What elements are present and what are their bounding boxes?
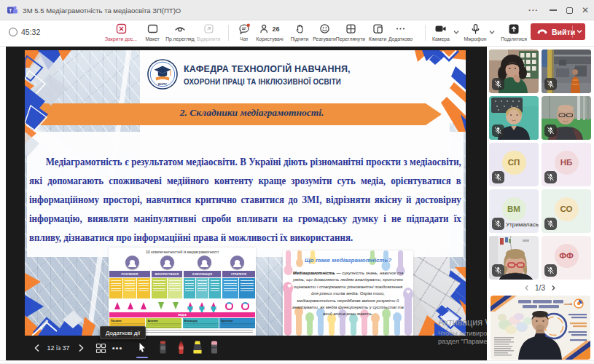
rooms-icon xyxy=(372,23,383,35)
competency-cell xyxy=(239,278,255,298)
legend-interaction: Взаємодія xyxy=(184,320,219,323)
window-close-button[interactable]: ✕ xyxy=(574,0,594,20)
icon-glyph xyxy=(259,23,270,34)
cell-text-placeholder xyxy=(198,280,206,293)
pen-tool-button[interactable] xyxy=(173,336,189,358)
grid-icon xyxy=(95,343,106,354)
more-slide-actions-button[interactable]: ••• xyxy=(109,336,125,360)
teams-logo-icon: T xyxy=(7,5,17,15)
more-actions-button[interactable]: Додатково xyxy=(384,23,417,45)
term: Медіаграмотність xyxy=(293,271,335,275)
private-view-button[interactable]: Пр.перегляд xyxy=(165,23,195,45)
participant-video-4[interactable] xyxy=(542,96,591,140)
definition-text: — сукупність знань, навичок та умінь, що… xyxy=(292,271,404,316)
competency-cell xyxy=(152,278,167,298)
shared-screen-stage: БНПУ КАФЕДРА ТЕХНОЛОГІЙ НАВЧАННЯ, ОХОРОН… xyxy=(6,47,487,360)
mic-off-icon xyxy=(494,80,502,88)
presenter-video-tile[interactable]: опнА xyxy=(491,296,590,360)
toolbar-button-label: Мікрофон xyxy=(464,36,487,41)
mic-muted-badge xyxy=(544,78,557,90)
mic-off-icon xyxy=(494,220,502,228)
windows-activation-watermark: Активация Windows Чтобы активировать Win… xyxy=(438,317,487,346)
leave-button[interactable]: Вийти xyxy=(531,23,585,40)
share-button[interactable]: Поділитися xyxy=(498,23,530,45)
window-more-button[interactable]: ··· xyxy=(523,0,544,20)
column-header-understanding: РОЗУМІННЯ xyxy=(109,271,150,277)
toolbar-button-label: Додатково xyxy=(388,36,413,41)
laser-pointer-button[interactable] xyxy=(155,336,171,358)
camera-chevron-icon[interactable] xyxy=(453,30,460,35)
toolbar-button-label: Чат xyxy=(240,36,248,41)
highlighter-tool-button[interactable] xyxy=(189,336,206,358)
laser-pointer-icon xyxy=(158,340,168,355)
participant-video-1[interactable] xyxy=(489,50,539,93)
window-bottom-edge xyxy=(0,360,594,364)
eye-icon xyxy=(174,23,186,35)
toolbar-button-label: Камера xyxy=(432,36,450,41)
microphone-chevron-icon[interactable] xyxy=(488,30,496,35)
participants-prev-icon[interactable] xyxy=(524,285,529,291)
toolbar-button-label: Переглянути xyxy=(336,36,365,41)
icon-glyph xyxy=(174,23,186,34)
camera-button[interactable]: Камера xyxy=(429,23,453,45)
slide-grid-button[interactable] xyxy=(93,336,109,360)
media-bar: МЕДІА xyxy=(109,312,255,317)
participant-avatar-nb[interactable]: НБ xyxy=(542,143,591,186)
column-header-usage: ВИКОРИСТАННЯ xyxy=(152,271,182,277)
layout-button[interactable]: Макет xyxy=(138,23,166,45)
previous-slide-button[interactable] xyxy=(31,336,42,360)
participant-video-5[interactable] xyxy=(489,236,539,280)
cursor-icon xyxy=(138,342,146,353)
timer-icon xyxy=(9,28,17,36)
mic-off-icon xyxy=(494,266,502,274)
mic-muted-badge xyxy=(492,171,504,183)
participant-video-3[interactable] xyxy=(489,96,539,140)
mic-muted-badge xyxy=(544,264,557,277)
toolbar-button-label: Пр.перегляд xyxy=(165,36,195,41)
toolbar-button-label: Поділитися xyxy=(501,36,527,41)
mic-off-icon xyxy=(494,127,502,135)
arrow-down-icon xyxy=(158,302,164,309)
avatar-initials: НБ xyxy=(555,151,579,175)
window-title: ЗМ 5.5 Медіаграмотність та медіаосвіта З… xyxy=(23,7,181,15)
participant-avatar-so[interactable]: СО xyxy=(542,189,591,233)
strategy-icon xyxy=(230,256,244,269)
participant-avatar-sp[interactable]: СП xyxy=(489,143,539,186)
header-line-1: КАФЕДРА ТЕХНОЛОГІЙ НАВЧАННЯ, xyxy=(184,64,417,74)
understanding-icon xyxy=(125,256,139,269)
close-document-button[interactable]: Закрити дос... xyxy=(103,23,138,45)
participants-button[interactable]: 26 Користувачі xyxy=(253,23,286,45)
next-slide-button[interactable] xyxy=(76,336,86,360)
unpin-button[interactable]: Відкріпити xyxy=(194,23,223,45)
icon-glyph xyxy=(203,23,214,34)
mic-muted-badge xyxy=(492,78,504,90)
svg-text:БНПУ: БНПУ xyxy=(158,82,167,86)
leave-chevron-icon[interactable] xyxy=(576,29,583,34)
icon-body-shape xyxy=(163,264,171,267)
mic-off-icon xyxy=(547,220,555,228)
leave-divider xyxy=(572,25,573,38)
participants-next-icon[interactable] xyxy=(551,285,556,291)
meeting-toolbar: 45:32 Закрити дос... Макет Пр.перегляд В… xyxy=(0,20,594,47)
eraser-tool-button[interactable] xyxy=(206,336,222,358)
cycle-arrows-icon xyxy=(241,302,249,310)
cursor-tool-button[interactable] xyxy=(134,336,150,358)
corner-decoration-top-right xyxy=(393,50,466,134)
participant-avatar-ff[interactable]: ФФ xyxy=(542,236,591,280)
competency-cell xyxy=(123,278,136,298)
participant-video-2[interactable] xyxy=(542,50,591,93)
mic-muted-badge xyxy=(544,218,557,230)
participants-icon: 26 xyxy=(259,23,279,35)
eraser-icon xyxy=(210,340,219,355)
mic-off-icon xyxy=(547,173,555,181)
hangup-icon xyxy=(536,28,548,35)
microphone-button[interactable]: Мікрофон xyxy=(460,23,491,45)
icon-body-shape xyxy=(200,264,208,267)
participants-pagination: 1/3 xyxy=(489,281,591,294)
avatar-initials: ВМ xyxy=(502,197,526,221)
column-header-strategy: СТРАТЕГІЯ xyxy=(222,271,255,277)
chat-button[interactable]: Чат xyxy=(233,23,255,45)
legend-cell: Критичне xyxy=(219,318,255,328)
participant-avatar-vm[interactable]: ВМ Утрималась xyxy=(489,189,539,233)
slide-header-text: КАФЕДРА ТЕХНОЛОГІЙ НАВЧАННЯ, ОХОРОНИ ПРА… xyxy=(184,64,417,86)
